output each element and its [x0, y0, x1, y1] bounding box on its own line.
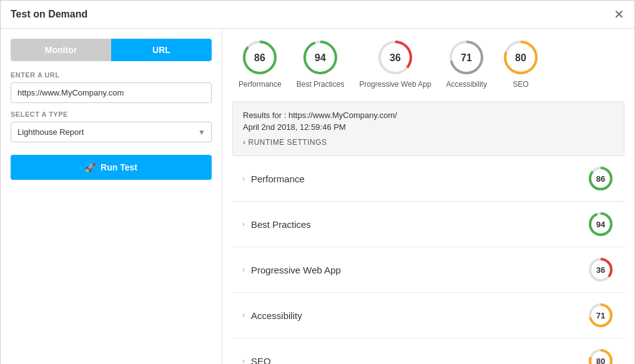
score-label-performance: Performance [239, 80, 282, 89]
left-panel: Monitor URL ENTER A URL SELECT A TYPE Li… [1, 29, 222, 364]
results-url: Results for : https://www.MyCompany.com/ [243, 111, 614, 120]
score-circle-pwa: 36 Progressive Web App [359, 39, 431, 89]
svg-text:71: 71 [596, 311, 605, 320]
svg-text:86: 86 [596, 174, 605, 184]
category-label-2: Progressive Web App [251, 265, 341, 275]
score-circle-accessibility: 71 Accessibility [446, 39, 487, 89]
score-circle-best-practices: 94 Best Practices [297, 39, 345, 89]
tab-row: Monitor URL [11, 39, 212, 61]
type-label: SELECT A TYPE [11, 111, 212, 118]
category-left-0: › Performance [242, 174, 305, 184]
categories-container: › Performance 86 › Best Practices 94 › P… [232, 156, 624, 364]
tab-monitor[interactable]: Monitor [11, 39, 111, 61]
category-row-4[interactable]: › SEO 80 [232, 338, 624, 364]
category-row-1[interactable]: › Best Practices 94 [232, 202, 624, 247]
svg-text:36: 36 [390, 52, 401, 63]
svg-text:94: 94 [315, 52, 326, 63]
category-left-1: › Best Practices [242, 219, 311, 230]
category-row-2[interactable]: › Progressive Web App 36 [232, 247, 624, 293]
category-label-3: Accessibility [251, 310, 302, 321]
runtime-settings-label: RUNTIME SETTINGS [249, 138, 327, 147]
category-row-3[interactable]: › Accessibility 71 [232, 293, 624, 338]
score-label-seo: SEO [513, 80, 528, 89]
dialog-header: Test on Demand ✕ [1, 1, 634, 29]
dialog-body: Monitor URL ENTER A URL SELECT A TYPE Li… [1, 29, 634, 364]
score-label-best-practices: Best Practices [297, 80, 345, 89]
score-circle-performance: 86 Performance [239, 39, 282, 89]
runtime-chevron-icon: › [243, 138, 246, 147]
category-left-4: › SEO [242, 356, 271, 365]
svg-text:71: 71 [461, 52, 472, 63]
runtime-settings-link[interactable]: › RUNTIME SETTINGS [243, 138, 614, 147]
category-left-2: › Progressive Web App [242, 265, 341, 275]
svg-text:94: 94 [596, 220, 606, 229]
category-chevron-2: › [242, 265, 245, 274]
close-button[interactable]: ✕ [614, 8, 624, 21]
score-circles-row: 86 Performance 94 Best Practices 36 Prog… [232, 39, 624, 89]
tab-url[interactable]: URL [111, 39, 212, 61]
svg-text:86: 86 [254, 52, 265, 63]
category-chevron-1: › [242, 220, 245, 229]
category-row-0[interactable]: › Performance 86 [232, 156, 624, 202]
results-date: April 2nd 2018, 12:59:46 PM [243, 122, 614, 132]
category-label-0: Performance [251, 174, 305, 184]
svg-text:80: 80 [515, 52, 526, 63]
category-left-3: › Accessibility [242, 310, 302, 321]
category-label-1: Best Practices [251, 219, 311, 230]
category-chevron-3: › [242, 311, 245, 320]
score-circle-seo: 80 SEO [502, 39, 539, 89]
url-input[interactable] [11, 82, 212, 103]
results-header: Results for : https://www.MyCompany.com/… [232, 101, 624, 156]
score-label-pwa: Progressive Web App [359, 80, 431, 89]
dialog-title: Test on Demand [11, 9, 87, 20]
run-test-label: Run Test [101, 162, 137, 172]
score-label-accessibility: Accessibility [446, 80, 487, 89]
svg-text:80: 80 [596, 357, 605, 364]
dialog: Test on Demand ✕ Monitor URL ENTER A URL… [0, 0, 635, 364]
type-select[interactable]: Lighthouse Report [11, 122, 212, 142]
type-select-wrapper: Lighthouse Report ▼ [11, 122, 212, 142]
right-panel: 86 Performance 94 Best Practices 36 Prog… [222, 29, 634, 364]
rocket-icon: 🚀 [85, 162, 96, 172]
category-chevron-0: › [242, 174, 245, 183]
run-test-button[interactable]: 🚀 Run Test [11, 155, 212, 180]
url-label: ENTER A URL [11, 71, 212, 79]
category-label-4: SEO [251, 356, 271, 365]
svg-text:36: 36 [596, 265, 605, 275]
category-chevron-4: › [242, 357, 245, 364]
